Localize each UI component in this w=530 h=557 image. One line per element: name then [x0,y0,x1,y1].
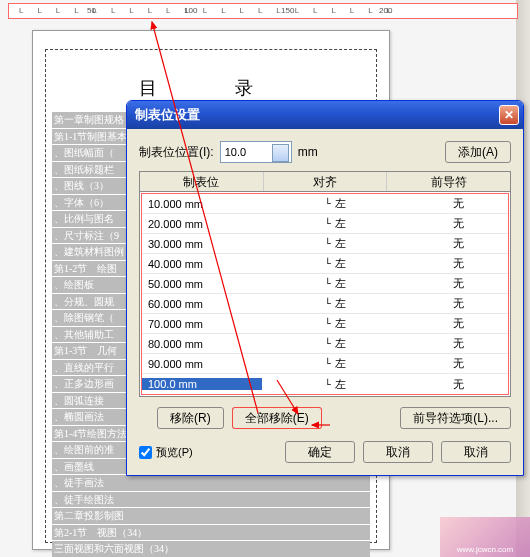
cell-leader: 无 [408,296,508,311]
align-left-icon: └ [324,218,330,229]
cell-position: 50.000 mm [142,278,262,290]
cell-leader: 无 [408,356,508,371]
add-button[interactable]: 添加(A) [445,141,511,163]
col-header-leader[interactable]: 前导符 [387,172,510,191]
align-left-icon: └ [324,338,330,349]
preview-checkbox-input[interactable] [139,446,152,459]
watermark: www.jcwcn.com [440,517,530,557]
cell-position: 40.000 mm [142,258,262,270]
ruler-label-200: 200 [379,6,392,15]
align-left-icon: └ [324,318,330,329]
cell-align: └左 [262,336,408,351]
align-left-icon: └ [324,298,330,309]
align-left-icon: └ [324,379,330,390]
table-row[interactable]: 90.000 mm└左无 [142,354,508,374]
table-row[interactable]: 10.000 mm└左无 [142,194,508,214]
cell-leader: 无 [408,236,508,251]
cell-align: └左 [262,356,408,371]
remove-button[interactable]: 移除(R) [157,407,224,429]
table-row[interactable]: 100.0 mm└左无 [142,374,508,394]
ruler[interactable]: 50 100 150 200 [8,3,518,19]
preview-checkbox-label: 预览(P) [156,445,193,460]
table-row[interactable]: 20.000 mm└左无 [142,214,508,234]
cell-position: 30.000 mm [142,238,262,250]
cell-leader: 无 [408,336,508,351]
cell-position: 70.000 mm [142,318,262,330]
cell-position: 80.000 mm [142,338,262,350]
ruler-label-100: 100 [184,6,197,15]
ok-button[interactable]: 确定 [285,441,355,463]
cell-leader: 无 [408,256,508,271]
cell-align: └左 [262,236,408,251]
ruler-label-50: 50 [87,6,96,15]
cell-align: └左 [262,196,408,211]
unit-label: mm [298,145,318,159]
align-left-icon: └ [324,198,330,209]
col-header-align[interactable]: 对齐 [264,172,388,191]
cell-align: └左 [262,256,408,271]
dialog-titlebar[interactable]: 制表位设置 ✕ [127,101,523,129]
align-left-icon: └ [324,278,330,289]
doc-line: 三面视图和六面视图（34） [52,541,370,557]
align-left-icon: └ [324,358,330,369]
tab-settings-dialog: 制表位设置 ✕ 制表位位置(I): 10.0 mm 添加(A) 制表位 对齐 前… [126,100,524,476]
dialog-title: 制表位设置 [135,106,499,124]
align-left-icon: └ [324,238,330,249]
cell-align: └左 [262,216,408,231]
cell-leader: 无 [408,196,508,211]
table-row[interactable]: 60.000 mm└左无 [142,294,508,314]
align-left-icon: └ [324,258,330,269]
tab-position-value: 10.0 [225,146,246,158]
close-button[interactable]: ✕ [499,105,519,125]
cell-position: 100.0 mm [142,378,262,390]
tab-list-table: 制表位 对齐 前导符 10.000 mm└左无20.000 mm└左无30.00… [139,171,511,397]
doc-line: 第2-1节 视图（34） [52,525,370,541]
table-row[interactable]: 70.000 mm└左无 [142,314,508,334]
cancel-button-2[interactable]: 取消 [441,441,511,463]
cell-align: └左 [262,276,408,291]
doc-title: 目 录 [52,76,370,100]
doc-line: 、徒手画法 [52,475,370,491]
remove-all-button[interactable]: 全部移除(E) [232,407,322,429]
cell-align: └左 [262,296,408,311]
cell-position: 90.000 mm [142,358,262,370]
tab-position-input[interactable]: 10.0 [220,141,292,163]
preview-checkbox[interactable]: 预览(P) [139,445,193,460]
cell-position: 60.000 mm [142,298,262,310]
cell-leader: 无 [408,316,508,331]
cancel-button[interactable]: 取消 [363,441,433,463]
cell-position: 20.000 mm [142,218,262,230]
col-header-position[interactable]: 制表位 [140,172,264,191]
doc-line: 第二章投影制图 [52,508,370,524]
leader-options-button[interactable]: 前导符选项(L)... [400,407,511,429]
ruler-label-150: 150 [281,6,294,15]
table-row[interactable]: 30.000 mm└左无 [142,234,508,254]
table-row[interactable]: 50.000 mm└左无 [142,274,508,294]
cell-align: └左 [262,316,408,331]
cell-position: 10.000 mm [142,198,262,210]
doc-line: 、徒手绘图法 [52,492,370,508]
cell-leader: 无 [408,377,508,392]
tab-position-label: 制表位位置(I): [139,144,214,161]
table-row[interactable]: 80.000 mm└左无 [142,334,508,354]
cell-align: └左 [262,377,408,392]
close-icon: ✕ [504,108,514,122]
cell-leader: 无 [408,216,508,231]
cell-leader: 无 [408,276,508,291]
table-row[interactable]: 40.000 mm└左无 [142,254,508,274]
